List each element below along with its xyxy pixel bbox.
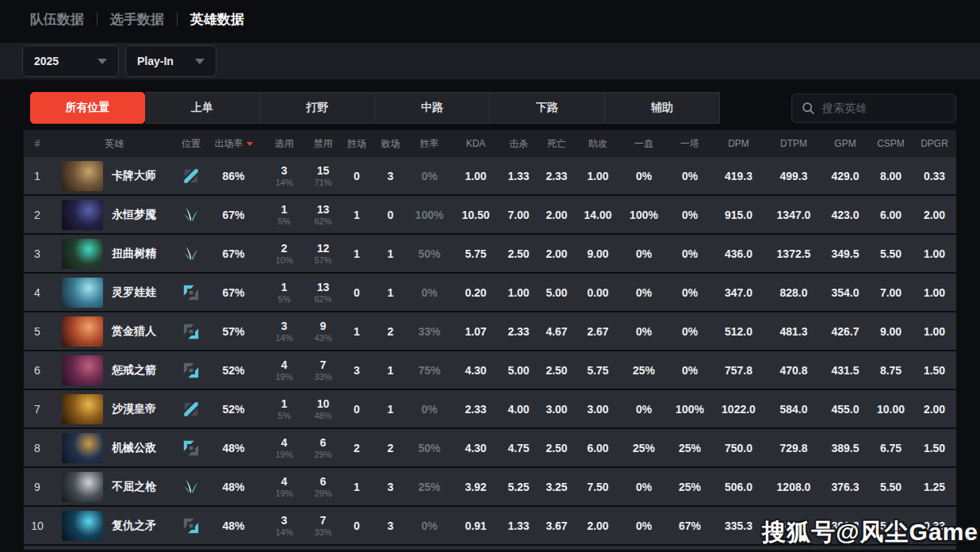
first_tower-value: 0% — [668, 170, 711, 182]
assists-value: 0.00 — [576, 286, 619, 299]
table-row[interactable]: 3扭曲树精 67%210%1257%1150%5.752.502.009.000… — [24, 235, 956, 272]
nav-item-3[interactable]: 英雄数据 — [190, 10, 244, 29]
kda-value: 4.30 — [451, 364, 500, 377]
hero-cell: 赏金猎人 — [51, 316, 178, 347]
column-header-assists[interactable]: 助攻 — [576, 137, 619, 151]
position-tab-4[interactable]: 中路 — [375, 92, 490, 124]
table-row[interactable]: 4灵罗娃娃 67%15%1362%010%0.201.005.000.000%0… — [24, 274, 956, 311]
column-header-cspm[interactable]: CSPM — [869, 138, 913, 149]
picks-value: 419% — [262, 358, 306, 381]
table-row[interactable]: 7沙漠皇帝 52%15%1048%010%2.334.003.003.000%1… — [24, 390, 956, 427]
table-row[interactable]: 9不屈之枪 48%419%629%1325%3.925.253.257.500%… — [24, 468, 956, 505]
table-row[interactable]: 6惩戒之箭 52%419%733%3175%4.305.002.505.7525… — [24, 351, 956, 389]
picks-percent: 14% — [262, 178, 306, 187]
hero-name: 永恒梦魇 — [112, 208, 156, 222]
column-header-dpm[interactable]: DPM — [711, 138, 766, 149]
losses-value: 1 — [373, 286, 408, 299]
gpm-value: 455.0 — [821, 403, 869, 416]
table-row[interactable]: 2永恒梦魇 67%15%1362%10100%10.507.002.0014.0… — [24, 196, 956, 233]
column-header-first_blood[interactable]: 一血 — [619, 137, 668, 151]
pick-rate-value: 48% — [205, 481, 262, 493]
wins-value: 3 — [340, 364, 373, 377]
column-header-pick_rate[interactable]: 出场率 — [205, 137, 262, 151]
position-tab-2[interactable]: 上单 — [145, 92, 260, 124]
dpgr-value: 1.25 — [913, 481, 956, 493]
column-header-dpgr[interactable]: DPGR — [913, 138, 956, 149]
hero-search-box[interactable] — [791, 94, 956, 123]
losses-value: 1 — [373, 247, 408, 260]
rank-value: 3 — [24, 247, 51, 260]
table-row[interactable]: 1卡牌大师 86%314%1571%030%1.001.332.331.000%… — [24, 157, 956, 194]
column-header-picks[interactable]: 选用 — [262, 137, 306, 151]
column-header-kda[interactable]: KDA — [451, 138, 500, 149]
pick-rate-value: 67% — [205, 247, 262, 260]
bans-percent: 62% — [306, 217, 340, 226]
stage-dropdown[interactable]: Play-In — [125, 45, 216, 77]
gpm-value: 423.0 — [821, 209, 869, 221]
table-row[interactable]: 5赏金猎人 57%314%943%1233%1.072.334.672.670%… — [24, 312, 956, 350]
picks-percent: 14% — [262, 333, 306, 343]
column-header-label: 一血 — [634, 137, 653, 151]
position-bot-icon — [178, 517, 205, 535]
column-header-wins[interactable]: 胜场 — [340, 137, 373, 151]
column-header-hero[interactable]: 英雄 — [51, 137, 178, 151]
hero-avatar — [62, 433, 103, 463]
deaths-value: 4.67 — [537, 325, 576, 338]
bans-value: 733% — [306, 514, 340, 537]
dpm-value: 750.0 — [711, 442, 766, 454]
nav-item-2[interactable]: 选手数据 — [110, 10, 164, 29]
kills-value: 4.00 — [500, 403, 537, 416]
assists-value: 14.00 — [576, 209, 619, 221]
cspm-value: 6.00 — [869, 209, 913, 221]
dpm-value: 506.0 — [711, 481, 766, 493]
picks-percent: 5% — [262, 294, 306, 304]
dpm-value: 757.8 — [711, 364, 766, 377]
bans-percent: 29% — [306, 489, 340, 498]
pick-rate-value: 86% — [205, 170, 262, 182]
picks-percent: 5% — [262, 411, 306, 420]
bans-value: 1362% — [306, 281, 340, 304]
column-header-label: 败场 — [381, 137, 400, 151]
table-row[interactable]: 8机械公敌 48%419%629%2250%4.304.752.506.0025… — [24, 429, 956, 466]
hero-search-input[interactable] — [822, 102, 966, 114]
nav-item-1[interactable]: 队伍数据 — [30, 10, 84, 29]
dpm-value: 915.0 — [711, 209, 766, 221]
first_blood-value: 100% — [619, 209, 668, 221]
first_tower-value: 0% — [668, 247, 711, 260]
picks-percent: 19% — [262, 489, 306, 498]
dtpm-value: 584.0 — [766, 403, 821, 416]
first_blood-value: 0% — [619, 286, 668, 299]
column-header-dtpm[interactable]: DTPM — [766, 138, 821, 149]
position-tab-5[interactable]: 下路 — [490, 92, 605, 124]
hero-avatar — [62, 239, 103, 269]
pick-rate-value: 52% — [205, 403, 262, 416]
kda-value: 0.91 — [451, 519, 500, 532]
year-dropdown[interactable]: 2025 — [22, 45, 119, 77]
position-tab-1[interactable]: 所有位置 — [30, 92, 145, 124]
column-header-bans[interactable]: 禁用 — [306, 137, 340, 151]
rank-value: 10 — [24, 519, 51, 532]
assists-value: 6.00 — [576, 442, 619, 454]
dpgr-value: 1.00 — [913, 247, 956, 260]
first_tower-value: 67% — [668, 519, 711, 532]
kda-value: 1.07 — [451, 325, 500, 338]
column-header-label: 击杀 — [509, 137, 528, 151]
column-header-kills[interactable]: 击杀 — [500, 137, 537, 151]
cspm-value: 6.75 — [869, 442, 913, 454]
dtpm-value: 828.0 — [766, 286, 821, 299]
column-header-gpm[interactable]: GPM — [821, 138, 869, 149]
column-header-first_tower[interactable]: 一塔 — [668, 137, 711, 151]
losses-value: 2 — [373, 325, 408, 338]
column-header-label: 选用 — [275, 137, 294, 151]
position-tab-3[interactable]: 打野 — [260, 92, 375, 124]
stage-dropdown-value: Play-In — [137, 55, 174, 67]
column-header-rank[interactable]: # — [24, 138, 51, 149]
deaths-value: 3.00 — [537, 403, 576, 416]
table-row[interactable]: 10复仇之矛 48%314%733%030%0.911.333.672.000%… — [24, 507, 956, 544]
deaths-value: 3.25 — [537, 481, 576, 493]
column-header-deaths[interactable]: 死亡 — [537, 137, 576, 151]
column-header-pos[interactable]: 位置 — [178, 137, 205, 151]
column-header-win_rate[interactable]: 胜率 — [408, 137, 451, 151]
column-header-losses[interactable]: 败场 — [373, 137, 408, 151]
position-tab-6[interactable]: 辅助 — [605, 92, 720, 124]
